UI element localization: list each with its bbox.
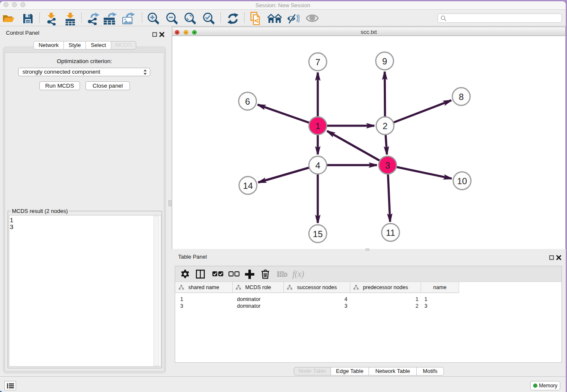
svg-text:2: 2 bbox=[383, 121, 388, 131]
svg-text:1: 1 bbox=[315, 121, 320, 131]
svg-text:4: 4 bbox=[315, 161, 320, 171]
svg-text:7: 7 bbox=[315, 58, 320, 67]
svg-text:6: 6 bbox=[245, 97, 250, 107]
svg-text:3: 3 bbox=[385, 161, 390, 171]
svg-text:10: 10 bbox=[457, 177, 467, 186]
svg-text:14: 14 bbox=[243, 181, 253, 191]
svg-text:15: 15 bbox=[313, 229, 322, 239]
svg-text:8: 8 bbox=[459, 92, 464, 102]
svg-text:f(x): f(x) bbox=[292, 270, 304, 279]
svg-text:11: 11 bbox=[386, 228, 395, 238]
svg-text:9: 9 bbox=[382, 57, 387, 66]
